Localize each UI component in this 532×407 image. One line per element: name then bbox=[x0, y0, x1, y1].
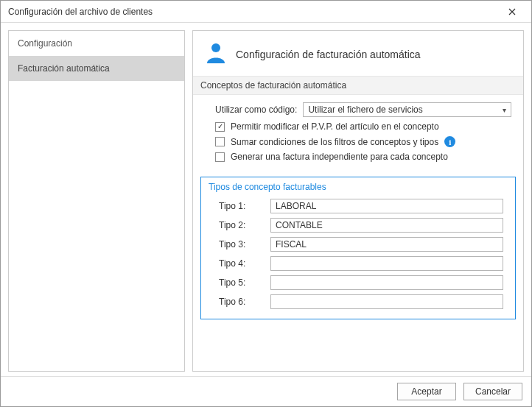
checkbox-factura-independiente[interactable] bbox=[215, 152, 225, 162]
type-input-6[interactable] bbox=[270, 294, 503, 309]
type-input-5[interactable] bbox=[270, 275, 503, 290]
check-permitir-pvp-row: ✓ Permitir modificar el P.V.P. del artíc… bbox=[215, 121, 511, 132]
type-row-4: Tipo 4: bbox=[201, 254, 515, 273]
chevron-down-icon: ▾ bbox=[503, 106, 506, 114]
type-row-2: Tipo 2: bbox=[201, 216, 515, 235]
select-value: Utilizar el fichero de servicios bbox=[308, 105, 422, 115]
type-row-5: Tipo 5: bbox=[201, 273, 515, 292]
section-header-conceptos: Conceptos de facturación automática bbox=[193, 76, 523, 95]
checkbox-label[interactable]: Generar una factura independiente para c… bbox=[231, 152, 448, 162]
type-label: Tipo 4: bbox=[219, 258, 263, 269]
dialog-footer: Aceptar Cancelar bbox=[1, 376, 531, 406]
type-input-2[interactable] bbox=[270, 218, 503, 233]
section-body-conceptos: Utilizar como código: Utilizar el ficher… bbox=[193, 95, 523, 175]
checkbox-sumar-condiciones[interactable] bbox=[215, 137, 225, 146]
content-area: Configuración Facturación automática Con… bbox=[1, 23, 531, 376]
close-icon[interactable] bbox=[499, 1, 525, 22]
use-as-code-label: Utilizar como código: bbox=[215, 105, 297, 115]
main-panel: Configuración de facturación automática … bbox=[192, 30, 524, 372]
cancel-button[interactable]: Cancelar bbox=[463, 383, 522, 400]
sidebar-item-label: Configuración bbox=[18, 38, 72, 49]
sidebar-item-configuracion[interactable]: Configuración bbox=[9, 31, 184, 56]
type-label: Tipo 3: bbox=[219, 239, 263, 249]
svg-point-0 bbox=[211, 43, 220, 52]
titlebar: Configuración del archivo de clientes bbox=[1, 1, 531, 23]
type-input-4[interactable] bbox=[270, 256, 503, 271]
hero-row: Configuración de facturación automática bbox=[193, 31, 523, 76]
type-row-6: Tipo 6: bbox=[201, 292, 515, 311]
sidebar-item-facturacion-automatica[interactable]: Facturación automática bbox=[9, 56, 184, 81]
sidebar: Configuración Facturación automática bbox=[8, 30, 185, 372]
page-title: Configuración de facturación automática bbox=[236, 49, 421, 60]
type-label: Tipo 2: bbox=[219, 220, 263, 230]
type-row-3: Tipo 3: bbox=[201, 235, 515, 254]
types-box: Tipos de concepto facturables Tipo 1: Ti… bbox=[200, 177, 516, 319]
type-label: Tipo 1: bbox=[219, 201, 263, 211]
accept-button[interactable]: Aceptar bbox=[397, 383, 456, 400]
use-as-code-row: Utilizar como código: Utilizar el ficher… bbox=[215, 102, 511, 117]
check-sumar-condiciones-row: Sumar condiciones de los filtros de conc… bbox=[215, 136, 511, 147]
sidebar-item-label: Facturación automática bbox=[18, 63, 110, 74]
checkbox-label[interactable]: Sumar condiciones de los filtros de conc… bbox=[231, 137, 438, 147]
use-as-code-select[interactable]: Utilizar el fichero de servicios ▾ bbox=[303, 102, 511, 117]
type-input-1[interactable] bbox=[270, 199, 503, 213]
info-icon[interactable]: i bbox=[444, 136, 455, 147]
type-input-3[interactable] bbox=[270, 237, 503, 252]
type-label: Tipo 5: bbox=[219, 277, 263, 288]
checkbox-permitir-pvp[interactable]: ✓ bbox=[215, 122, 225, 132]
types-box-title: Tipos de concepto facturables bbox=[201, 177, 515, 197]
type-label: Tipo 6: bbox=[219, 297, 263, 307]
user-icon bbox=[205, 41, 227, 67]
check-factura-independiente-row: Generar una factura independiente para c… bbox=[215, 152, 511, 162]
type-row-1: Tipo 1: bbox=[201, 197, 515, 216]
checkbox-label[interactable]: Permitir modificar el P.V.P. del artícul… bbox=[231, 121, 439, 132]
window-title: Configuración del archivo de clientes bbox=[8, 7, 499, 17]
